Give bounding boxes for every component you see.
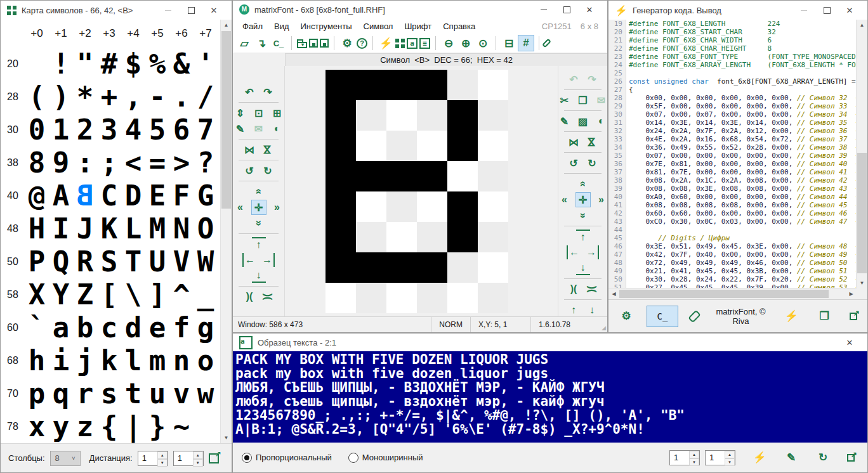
distance-x-stepper[interactable]: 1 ▲▼ <box>138 451 168 466</box>
charmap-cell-selected[interactable]: B <box>73 179 97 212</box>
charmap-cell[interactable]: G <box>194 179 218 212</box>
charmap-cell[interactable]: U <box>145 245 169 278</box>
pixel-cell[interactable] <box>417 222 447 252</box>
pixel-cell[interactable] <box>447 222 478 252</box>
charmap-cell[interactable]: o <box>194 344 218 377</box>
charmap-cell[interactable]: d <box>121 311 145 344</box>
mirror-vertical-icon[interactable]: ⋈ <box>261 143 275 157</box>
scrollbar-thumb[interactable] <box>857 153 867 273</box>
charmap-cell[interactable]: V <box>169 245 194 278</box>
pixel-cell[interactable] <box>356 131 386 161</box>
rotate-left-icon[interactable]: ↺ <box>567 156 581 170</box>
charmap-cell[interactable]: ] <box>145 278 169 311</box>
chevron-down-icon[interactable]: ▾ <box>301 42 304 48</box>
resize-canvas-icon[interactable]: ⊞ <box>270 106 284 120</box>
charmap-cell[interactable]: [ <box>97 278 121 311</box>
charmap-cell[interactable]: ) <box>49 81 73 113</box>
pixel-cell[interactable] <box>417 161 447 191</box>
pixel-cell[interactable] <box>478 161 508 191</box>
charmap-cell[interactable]: P <box>25 245 49 278</box>
charmap-cell[interactable]: % <box>145 48 169 81</box>
refresh-icon[interactable]: ↻ <box>815 450 831 465</box>
minimize-button[interactable] <box>157 1 180 20</box>
charmap-cell[interactable]: e <box>145 311 169 344</box>
charmap-cell[interactable]: 6 <box>169 113 194 146</box>
pixel-cell[interactable] <box>326 161 356 191</box>
crop-icon[interactable]: ⊡ <box>252 106 266 120</box>
charmap-cell[interactable]: v <box>169 377 194 410</box>
scroll-right-icon[interactable]: ▶ <box>846 288 857 299</box>
code-horizontal-scrollbar[interactable]: ◀ ▶ <box>608 288 857 299</box>
pixel-cell[interactable] <box>447 191 478 222</box>
mirror-horizontal-icon[interactable]: ⋈ <box>567 135 581 149</box>
cut-icon[interactable]: ✂ <box>558 93 572 107</box>
export-output-icon[interactable] <box>850 313 857 320</box>
charmap-cell[interactable]: F <box>169 179 194 212</box>
charmap-cell[interactable]: q <box>49 377 73 410</box>
charmap-cell[interactable]: Q <box>49 245 73 278</box>
pixel-cell[interactable] <box>386 70 417 100</box>
shift-right-icon[interactable]: » <box>595 193 608 207</box>
next-char-icon[interactable]: ↓ <box>585 303 599 317</box>
zoom-in-icon[interactable]: ⊕ <box>458 36 473 51</box>
charmap-cell[interactable]: A <box>49 179 73 212</box>
scroll-up-icon[interactable]: ▲ <box>221 20 232 30</box>
align-left-icon[interactable]: ← <box>567 245 581 259</box>
charmap-cell[interactable]: H <box>25 212 49 245</box>
scroll-left-icon[interactable]: ◀ <box>608 288 619 299</box>
charmap-cell[interactable]: + <box>97 81 121 113</box>
align-top-icon[interactable]: ↑ <box>252 237 266 251</box>
charmap-cell[interactable] <box>25 48 49 81</box>
pixel-cell[interactable] <box>326 222 356 252</box>
zoom-out-icon[interactable]: ⊖ <box>441 36 456 51</box>
menu-item-символ[interactable]: Символ <box>358 20 399 32</box>
pixel-cell[interactable] <box>417 100 447 131</box>
rotate-right-icon[interactable]: ↻ <box>585 156 599 170</box>
charmap-cell[interactable]: * <box>73 81 97 113</box>
char-map-icon[interactable] <box>395 39 405 48</box>
shift-up-icon[interactable]: « <box>252 185 266 198</box>
import-icon[interactable]: ↴ <box>254 36 269 51</box>
pixel-cell[interactable] <box>386 191 417 222</box>
charmap-cell[interactable]: 3 <box>97 113 121 146</box>
spin-up-icon[interactable]: ▲ <box>689 451 699 458</box>
move-mode-icon[interactable]: ✛ <box>252 200 266 214</box>
undo-icon[interactable]: ↶ <box>242 85 256 99</box>
spin-down-icon[interactable]: ▼ <box>689 458 699 466</box>
menu-item-справка[interactable]: Справка <box>437 20 481 32</box>
spin-down-icon[interactable]: ▼ <box>157 459 168 467</box>
clear-icon[interactable]: ✎ <box>233 122 247 136</box>
charmap-cell[interactable]: < <box>121 146 145 179</box>
rotate-left-icon[interactable]: ↺ <box>242 164 256 178</box>
charmap-cell[interactable]: n <box>169 344 194 377</box>
export-sample-icon[interactable] <box>847 454 855 462</box>
pixel-cell[interactable] <box>386 161 417 191</box>
charmap-cell[interactable]: N <box>169 212 194 245</box>
charmap-cell[interactable]: 7 <box>194 113 218 146</box>
code-vertical-scrollbar[interactable]: ▲ ▼ <box>856 20 867 288</box>
charmap-cell[interactable]: | <box>121 410 145 443</box>
collapse-height-icon[interactable]: )( <box>585 282 599 296</box>
export-icon[interactable] <box>209 453 219 463</box>
pixel-cell[interactable] <box>447 283 478 313</box>
shift-left-icon[interactable]: « <box>558 193 572 207</box>
charmap-cell[interactable]: i <box>49 344 73 377</box>
maximize-button[interactable] <box>555 0 578 19</box>
prev-char-icon[interactable]: ↑ <box>567 303 581 317</box>
charmap-cell[interactable]: - <box>145 81 169 113</box>
grid-toggle-icon[interactable]: # <box>518 36 534 51</box>
charmap-cell[interactable]: S <box>97 245 121 278</box>
columns-select[interactable]: 8 ˅ <box>50 451 81 466</box>
pixel-cell[interactable] <box>417 252 447 283</box>
charmap-cell[interactable]: _ <box>194 278 218 311</box>
edit-text-icon[interactable]: ✎ <box>784 450 799 465</box>
rotate-right-icon[interactable]: ↻ <box>261 164 275 178</box>
pixel-cell[interactable] <box>478 100 508 131</box>
collapse-width-icon[interactable]: )( <box>242 290 256 304</box>
code-c-icon[interactable]: C_ <box>271 36 286 51</box>
charmap-cell[interactable]: 8 <box>25 146 49 179</box>
charmap-cell[interactable]: h <box>25 344 49 377</box>
charmap-cell[interactable]: I <box>49 212 73 245</box>
charmap-cell[interactable]: j <box>73 344 97 377</box>
generate-code-icon[interactable]: ⚡ <box>784 309 799 324</box>
